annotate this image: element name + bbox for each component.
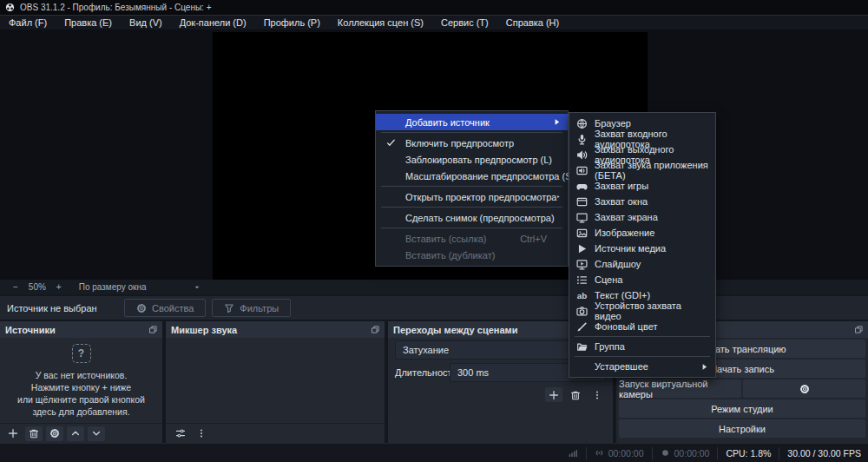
start-virtual-camera-button[interactable]: Запуск виртуальной камеры — [619, 380, 741, 398]
submenu-item-group[interactable]: Группа — [569, 339, 715, 354]
speaker-icon — [576, 149, 588, 161]
mixer-footer-toolbar — [166, 423, 385, 443]
filters-button[interactable]: Фильтры — [212, 299, 291, 317]
folder-icon — [576, 341, 588, 353]
submenu-item-deprecated[interactable]: Устаревшее — [569, 359, 715, 374]
popout-icon[interactable] — [372, 326, 379, 333]
advanced-audio-button[interactable] — [172, 426, 189, 441]
kebab-menu-icon — [196, 428, 207, 439]
submenu-item-video-capture-device[interactable]: Устройство захвата видео — [569, 303, 715, 319]
submenu-arrow-icon — [556, 193, 561, 201]
stream-timer: 00:00:00 — [595, 448, 644, 459]
remove-transition-button[interactable] — [567, 387, 584, 402]
zoom-in-button[interactable]: + — [51, 282, 67, 292]
remove-source-button[interactable] — [25, 426, 43, 441]
popout-icon[interactable] — [149, 326, 157, 333]
empty-line: У вас нет источников. — [17, 369, 145, 381]
zoom-out-button[interactable]: − — [8, 282, 23, 292]
menu-help[interactable]: Справка (H) — [497, 16, 568, 30]
zoom-fit-select[interactable]: По размеру окна — [74, 282, 152, 292]
menu-separator — [381, 207, 562, 208]
menu-item-open-preview-projector[interactable]: Открыть проектор предпросмотра — [376, 188, 568, 205]
studio-mode-button[interactable]: Режим студии — [619, 399, 865, 418]
menu-edit[interactable]: Правка (E) — [56, 16, 121, 30]
submenu-item-media-source[interactable]: Источник медиа — [569, 241, 715, 256]
browser-icon — [576, 118, 588, 129]
obs-main-window: OBS 31.1.2 - Профиль: Безымянный - Сцены… — [0, 0, 868, 462]
status-bar: 00:00:00 00:00:00 CPU: 1.8% 30.00 / 30.0… — [0, 443, 868, 462]
add-source-button[interactable] — [4, 426, 22, 441]
submenu-item-application-audio-capture[interactable]: Захват звука приложения (БЕТА) — [569, 162, 715, 178]
advanced-audio-icon — [175, 428, 186, 439]
cpu-usage: CPU: 1.8% — [726, 448, 771, 459]
submenu-item-label: Фоновый цвет — [595, 321, 708, 332]
menu-item-label: Вставить (дубликат) — [405, 250, 495, 261]
add-transition-button[interactable] — [545, 387, 562, 402]
submenu-item-color-source[interactable]: Фоновый цвет — [569, 319, 715, 334]
submenu-item-image[interactable]: Изображение — [569, 225, 715, 241]
selected-source-status: Источник не выбран — [7, 303, 124, 314]
question-mark-icon: ? — [72, 344, 91, 363]
menu-profile[interactable]: Профиль (P) — [255, 16, 329, 30]
empty-line: Нажмите кнопку + ниже — [17, 381, 145, 393]
submenu-item-label: Устаревшее — [595, 361, 694, 372]
submenu-item-label: Сцена — [595, 274, 708, 285]
duration-label: Длительность — [395, 367, 444, 378]
svg-text:ab: ab — [577, 290, 587, 300]
sources-dock-title: Источники — [5, 325, 56, 335]
menu-docks[interactable]: Док-панели (D) — [171, 16, 255, 30]
menu-item-preview-scaling[interactable]: Масштабирование предпросмотра (S) — [376, 168, 568, 184]
menu-item-paste-reference: Вставить (ссылка) Ctrl+V — [376, 230, 568, 247]
move-source-up-button[interactable] — [67, 426, 84, 441]
record-timer: 00:00:00 — [661, 448, 710, 459]
popout-icon[interactable] — [855, 326, 863, 333]
mixer-menu-button[interactable] — [193, 426, 210, 441]
properties-button-label: Свойства — [152, 303, 194, 314]
trash-icon — [570, 390, 581, 400]
submenu-item-label: Группа — [595, 341, 708, 352]
menu-item-add-source[interactable]: Добавить источник — [376, 114, 568, 130]
submenu-item-slideshow[interactable]: Слайдшоу — [569, 256, 715, 272]
transition-menu-button[interactable] — [589, 387, 606, 402]
slideshow-icon — [576, 259, 588, 270]
window-title: OBS 31.1.2 - Профиль: Безымянный - Сцены… — [20, 3, 212, 12]
settings-button[interactable]: Настройки — [619, 419, 865, 438]
menu-scene-collection[interactable]: Коллекция сцен (S) — [329, 16, 432, 30]
menu-file[interactable]: Файл (F) — [0, 16, 56, 30]
menu-item-lock-preview[interactable]: Заблокировать предпросмотр (L) — [376, 151, 568, 168]
submenu-item-label: Браузер — [595, 118, 708, 129]
properties-button[interactable]: Свойства — [124, 299, 206, 317]
submenu-item-game-capture[interactable]: Захват игры — [569, 178, 715, 194]
preview-zoom-bar: − 50% + По размеру окна — [0, 280, 868, 294]
checkmark-icon — [386, 138, 405, 148]
sources-list[interactable]: ? У вас нет источников. Нажмите кнопку +… — [0, 338, 162, 423]
menu-item-enable-preview[interactable]: Включить предпросмотр — [376, 135, 568, 151]
mixer-body — [166, 338, 385, 423]
preview-context-menu: Добавить источник Включить предпросмотр … — [375, 110, 569, 267]
chevron-up-icon — [70, 428, 81, 439]
empty-line: здесь для добавления. — [17, 406, 145, 418]
microphone-icon — [576, 134, 588, 145]
sources-dock-header: Источники — [0, 321, 162, 338]
transitions-dock-title: Переходы между сценами — [393, 325, 517, 335]
menu-item-screenshot-preview[interactable]: Сделать снимок (предпросмотра) — [376, 209, 568, 226]
sources-dock: Источники ? У вас нет источников. Нажмит… — [0, 321, 162, 443]
source-toolbar: Источник не выбран Свойства Фильтры — [0, 296, 868, 320]
kebab-menu-icon — [592, 390, 602, 400]
window-icon — [576, 196, 588, 208]
caret-down-icon[interactable] — [194, 284, 201, 291]
filters-button-label: Фильтры — [240, 303, 279, 314]
submenu-item-label: Захват игры — [595, 181, 708, 191]
menu-view[interactable]: Вид (V) — [121, 16, 171, 30]
source-properties-button[interactable] — [46, 426, 63, 441]
submenu-item-scene[interactable]: Сцена — [569, 272, 715, 287]
text-icon: ab — [576, 290, 588, 301]
move-source-down-button[interactable] — [88, 426, 105, 441]
sources-footer-toolbar — [0, 423, 162, 443]
virtual-camera-settings-button[interactable] — [743, 380, 865, 398]
menu-item-label: Сделать снимок (предпросмотра) — [405, 213, 555, 223]
submenu-item-label: Захват экрана — [595, 212, 708, 222]
submenu-item-window-capture[interactable]: Захват окна — [569, 194, 715, 209]
submenu-item-display-capture[interactable]: Захват экрана — [569, 209, 715, 225]
menu-tools[interactable]: Сервис (T) — [432, 16, 497, 30]
